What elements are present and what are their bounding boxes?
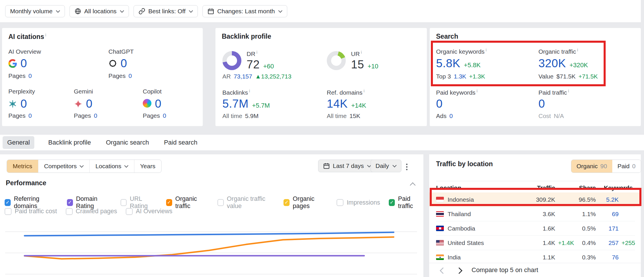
pages-value[interactable]: 0 bbox=[94, 112, 97, 119]
ads-label: Ads bbox=[436, 113, 446, 119]
keywords-link[interactable]: 5.2K bbox=[596, 196, 619, 203]
keywords-link[interactable]: 257 bbox=[596, 239, 619, 246]
keywords-link[interactable]: 171 bbox=[596, 225, 619, 232]
pages-value[interactable]: 0 bbox=[129, 72, 132, 79]
gemini-value: 0 bbox=[86, 97, 93, 110]
info-icon[interactable]: i bbox=[577, 48, 578, 52]
tab-backlink-profile[interactable]: Backlink profile bbox=[47, 136, 92, 149]
share-value: 96.5% bbox=[575, 196, 596, 203]
segment-locations[interactable]: Locations bbox=[89, 160, 134, 173]
date-range-button[interactable]: Last 7 days bbox=[318, 160, 376, 172]
keywords-delta: +255 bbox=[619, 239, 635, 246]
collapse-section-icon[interactable] bbox=[410, 182, 416, 188]
toggle-organic[interactable]: Organic90 bbox=[571, 160, 612, 173]
backlinks-value[interactable]: 5.7M bbox=[222, 97, 249, 110]
dr-label: DRi bbox=[247, 50, 257, 57]
chevron-down-icon bbox=[120, 8, 124, 12]
tab-organic-search[interactable]: Organic search bbox=[105, 136, 150, 149]
ref-domains-value[interactable]: 14K bbox=[327, 97, 348, 110]
table-row-india[interactable]: India 1.1K 0.3% 76 bbox=[436, 250, 635, 264]
info-icon[interactable]: i bbox=[45, 33, 46, 37]
keywords-link[interactable]: 76 bbox=[596, 254, 619, 261]
segment-competitors[interactable]: Competitors bbox=[38, 160, 89, 173]
col-location: Location bbox=[436, 184, 528, 191]
toggle-paid[interactable]: Paid0 bbox=[612, 160, 641, 173]
metric-organic-traffic-value[interactable]: Organic traffic value bbox=[217, 195, 275, 210]
traffic-delta: +1.4K bbox=[555, 239, 575, 246]
info-icon[interactable]: i bbox=[477, 89, 478, 93]
checkbox bbox=[126, 208, 133, 215]
copilot-icon bbox=[143, 99, 151, 108]
calendar-icon bbox=[323, 162, 330, 169]
col-keywords: Keywords bbox=[596, 184, 635, 191]
col-share: Share bbox=[575, 184, 596, 191]
tab-general[interactable]: General bbox=[3, 136, 34, 149]
locations-filter[interactable]: All locations bbox=[70, 5, 129, 17]
keywords-link[interactable]: 69 bbox=[596, 211, 619, 218]
monthly-volume-filter[interactable]: Monthly volume bbox=[5, 5, 65, 17]
ur-donut-chart bbox=[327, 51, 346, 70]
organic-traffic-value[interactable]: 320K bbox=[538, 57, 566, 70]
share-value: 1.1% bbox=[575, 211, 596, 218]
search-card: Search Organic keywordsi 5.8K+5.8K Top 3… bbox=[430, 28, 641, 126]
ar-value[interactable]: 73,157 bbox=[234, 73, 252, 80]
filter-label: Best links: Off bbox=[148, 8, 185, 15]
chevron-down-icon bbox=[393, 163, 397, 167]
info-icon[interactable]: i bbox=[256, 50, 257, 55]
segment-metrics[interactable]: Metrics bbox=[7, 160, 38, 173]
checkbox: ✓ bbox=[283, 199, 290, 206]
alltime-label: All time bbox=[222, 113, 242, 119]
compare-top5-button[interactable]: Compare top 5 on chart bbox=[472, 266, 538, 274]
backlinks-delta: +5.7M bbox=[252, 102, 270, 109]
chevron-down-icon bbox=[80, 164, 84, 168]
chevron-down-icon bbox=[56, 8, 60, 12]
united-states-flag-icon bbox=[436, 240, 444, 246]
info-icon[interactable]: i bbox=[486, 48, 487, 52]
chevron-down-icon bbox=[189, 8, 193, 12]
ref-domains-delta: +14K bbox=[351, 102, 366, 109]
metric-crawled-pages[interactable]: Crawled pages bbox=[66, 208, 117, 215]
thailand-flag-icon bbox=[436, 211, 444, 217]
organic-keywords-value[interactable]: 5.8K bbox=[436, 57, 460, 70]
paid-traffic-value[interactable]: 0 bbox=[538, 97, 545, 110]
pages-label: Pages bbox=[8, 72, 26, 79]
previous-page-icon[interactable] bbox=[440, 267, 446, 274]
more-options-icon[interactable] bbox=[405, 162, 409, 171]
organic-traffic-label: Organic traffici bbox=[538, 48, 578, 55]
next-page-icon[interactable] bbox=[456, 267, 463, 274]
ads-value[interactable]: 0 bbox=[449, 113, 453, 119]
traffic-value: 309.2K bbox=[528, 196, 555, 203]
best-links-filter[interactable]: Best links: Off bbox=[134, 5, 198, 17]
info-icon[interactable]: i bbox=[361, 50, 362, 55]
perplexity-value: 0 bbox=[20, 97, 27, 110]
cost-label: Cost bbox=[538, 113, 551, 119]
info-icon[interactable]: i bbox=[568, 89, 569, 93]
metric-impressions[interactable]: Impressions bbox=[337, 199, 380, 206]
info-icon[interactable]: i bbox=[364, 89, 365, 93]
metric-organic-traffic[interactable]: ✓Organic traffic bbox=[166, 195, 209, 210]
pages-value[interactable]: 0 bbox=[163, 112, 166, 119]
chatgpt-label: ChatGPT bbox=[108, 48, 134, 55]
table-header: Location Traffic Share Keywords bbox=[436, 183, 635, 192]
granularity-button[interactable]: Daily bbox=[371, 160, 401, 172]
tab-paid-search[interactable]: Paid search bbox=[163, 136, 198, 149]
metric-organic-pages[interactable]: ✓Organic pages bbox=[283, 195, 328, 210]
paid-keywords-value[interactable]: 0 bbox=[436, 97, 443, 110]
metric-paid-traffic[interactable]: ✓Paid traffic bbox=[389, 195, 423, 210]
metric-ai-overviews[interactable]: AI Overviews bbox=[126, 208, 172, 215]
table-row-cambodia[interactable]: Cambodia 1.6K 0.5% 171 bbox=[436, 221, 635, 235]
pages-value[interactable]: 0 bbox=[29, 112, 32, 119]
pages-label: Pages bbox=[143, 112, 160, 119]
pages-value[interactable]: 0 bbox=[29, 72, 32, 79]
metric-paid-traffic-cost[interactable]: Paid traffic cost bbox=[5, 208, 57, 215]
table-row-indonesia[interactable]: Indonesia 309.2K 96.5% 5.2K bbox=[436, 192, 635, 207]
table-row-thailand[interactable]: Thailand 3.6K 1.1% 69 bbox=[436, 207, 635, 221]
top3-value[interactable]: 1.3K bbox=[454, 73, 466, 80]
changes-filter[interactable]: Changes: Last month bbox=[202, 5, 287, 17]
info-icon[interactable]: i bbox=[249, 89, 250, 93]
paid-keywords-label: Paid keywordsi bbox=[436, 89, 478, 96]
granularity-label: Daily bbox=[375, 162, 389, 169]
segment-years[interactable]: Years bbox=[134, 160, 161, 173]
date-range-label: Last 7 days bbox=[333, 162, 364, 169]
table-row-united-states[interactable]: United States 1.4K +1.4K 0.4% 257 +255 bbox=[436, 235, 635, 250]
